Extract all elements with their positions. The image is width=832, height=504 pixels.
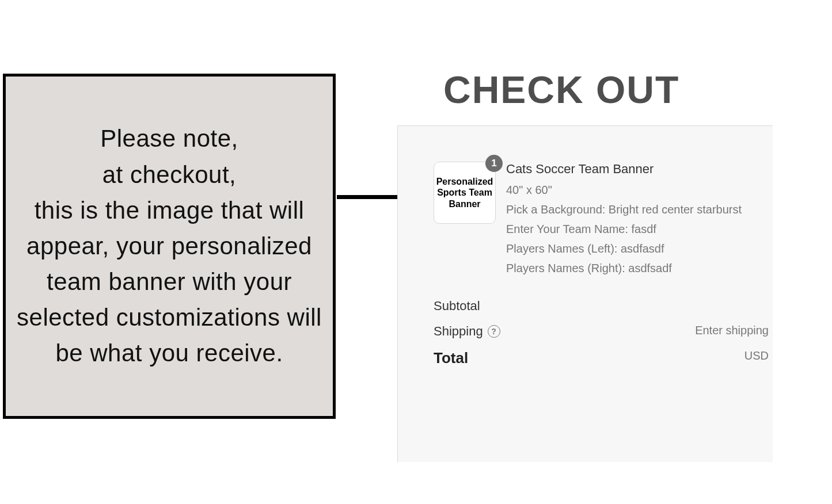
shipping-value[interactable]: Enter shipping: [695, 324, 769, 339]
cart-item-players-left: Players Names (Left): asdfasdf: [506, 239, 773, 258]
quantity-badge: 1: [485, 155, 503, 172]
cart-item-players-right: Players Names (Right): asdfsadf: [506, 258, 773, 278]
thumb-text-line: Personalized: [436, 176, 493, 187]
checkout-heading: CHECK OUT: [443, 68, 679, 112]
thumb-text-line: Banner: [436, 198, 493, 209]
cart-line-item: Personalized Sports Team Banner 1 Cats S…: [434, 162, 773, 278]
cart-item-size: 40" x 60": [506, 180, 773, 200]
cart-item-background: Pick a Background: Bright red center sta…: [506, 200, 773, 219]
cart-item-title: Cats Soccer Team Banner: [506, 162, 773, 177]
totals-section: Subtotal Shipping ? Enter shipping Total…: [434, 299, 773, 367]
total-row: Total USD: [434, 349, 769, 367]
subtotal-label: Subtotal: [434, 299, 480, 314]
instruction-note-text: Please note,at checkout,this is the imag…: [10, 121, 328, 371]
shipping-label: Shipping: [434, 324, 483, 339]
cart-item-details: Cats Soccer Team Banner 40" x 60" Pick a…: [506, 162, 773, 278]
subtotal-row: Subtotal: [434, 299, 769, 314]
cart-thumbnail: Personalized Sports Team Banner: [434, 162, 496, 224]
total-label: Total: [434, 349, 468, 367]
total-currency: USD: [744, 349, 769, 367]
cart-item-teamname: Enter Your Team Name: fasdf: [506, 219, 773, 239]
thumb-text-line: Sports Team: [436, 187, 493, 198]
help-icon[interactable]: ?: [488, 325, 500, 338]
instruction-note-box: Please note,at checkout,this is the imag…: [3, 74, 336, 419]
checkout-summary-panel: Personalized Sports Team Banner 1 Cats S…: [397, 125, 773, 462]
shipping-row: Shipping ? Enter shipping: [434, 324, 769, 339]
cart-thumbnail-wrap: Personalized Sports Team Banner 1: [434, 162, 496, 278]
